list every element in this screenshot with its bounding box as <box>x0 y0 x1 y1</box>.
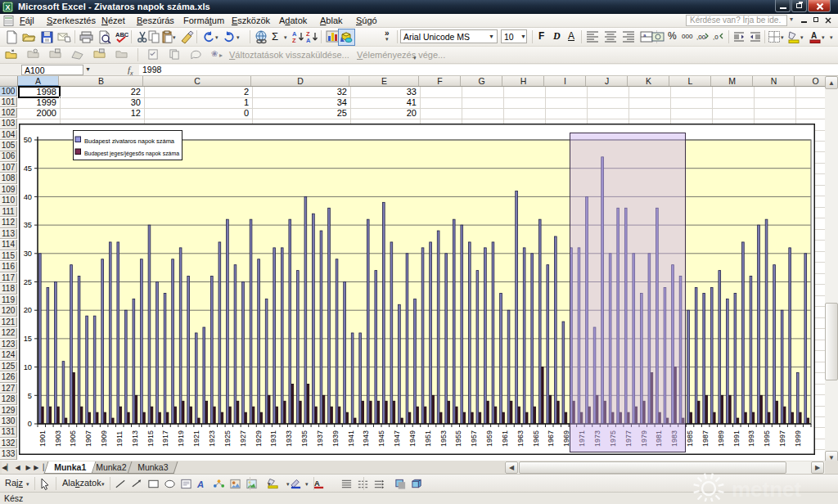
svg-text:1997: 1997 <box>778 430 786 447</box>
svg-text:1921: 1921 <box>192 430 200 447</box>
svg-text:1933: 1933 <box>285 430 293 447</box>
svg-text:10: 10 <box>24 363 32 371</box>
svg-text:1919: 1919 <box>177 430 185 447</box>
svg-text:1909: 1909 <box>100 430 108 447</box>
svg-text:1939: 1939 <box>331 430 340 447</box>
svg-text:1993: 1993 <box>747 430 755 447</box>
svg-text:metnet: metnet <box>732 477 802 502</box>
svg-text:15: 15 <box>24 335 32 343</box>
svg-text:X: X <box>5 3 10 11</box>
svg-text:1947: 1947 <box>393 430 401 447</box>
svg-text:1915: 1915 <box>146 430 155 447</box>
svg-text:1927: 1927 <box>239 430 247 447</box>
svg-text:1963: 1963 <box>516 430 525 447</box>
svg-text:1987: 1987 <box>701 430 710 447</box>
svg-text:1955: 1955 <box>454 430 462 447</box>
svg-text:1931: 1931 <box>269 430 277 447</box>
svg-text:1913: 1913 <box>131 430 139 447</box>
svg-text:1911: 1911 <box>115 431 124 447</box>
svg-text:1929: 1929 <box>255 430 263 447</box>
svg-text:50: 50 <box>24 136 32 144</box>
svg-text:1925: 1925 <box>223 430 232 447</box>
svg-text:A: A <box>306 37 311 44</box>
svg-text:1995: 1995 <box>763 430 771 447</box>
svg-text:ABC: ABC <box>115 31 128 38</box>
svg-text:40: 40 <box>24 193 32 201</box>
svg-text:,0: ,0 <box>713 34 719 41</box>
svg-text:1917: 1917 <box>161 430 169 447</box>
svg-text:1945: 1945 <box>377 430 385 447</box>
svg-text:A: A <box>811 31 817 40</box>
svg-text:1957: 1957 <box>470 430 478 447</box>
svg-text:25: 25 <box>24 278 32 286</box>
svg-text:1907: 1907 <box>84 430 92 447</box>
svg-text:1901: 1901 <box>38 430 47 447</box>
svg-text:Budapest jeges/jégesős napok s: Budapest jeges/jégesős napok száma <box>84 150 179 157</box>
svg-text:1951: 1951 <box>424 430 432 447</box>
svg-text:20: 20 <box>24 306 32 314</box>
svg-text:1937: 1937 <box>316 430 324 447</box>
svg-text:1935: 1935 <box>300 430 309 447</box>
svg-text:1959: 1959 <box>485 430 493 447</box>
svg-text:0: 0 <box>28 420 32 428</box>
svg-text:1943: 1943 <box>362 430 370 447</box>
svg-text:1923: 1923 <box>208 430 216 447</box>
svg-text:1967: 1967 <box>547 430 555 447</box>
svg-text:1991: 1991 <box>732 430 741 447</box>
svg-text:45: 45 <box>24 164 32 173</box>
svg-text:1949: 1949 <box>408 430 417 447</box>
svg-text:1999: 1999 <box>794 430 802 447</box>
svg-text:Z: Z <box>292 37 296 44</box>
svg-text:A: A <box>314 479 320 488</box>
svg-text:1989: 1989 <box>717 430 725 447</box>
svg-text:1953: 1953 <box>439 430 448 447</box>
svg-text:5: 5 <box>28 392 32 400</box>
svg-text:35: 35 <box>24 221 32 229</box>
svg-text:Budapest zivataros napok száma: Budapest zivataros napok száma <box>84 137 175 145</box>
svg-text:1985: 1985 <box>686 430 694 447</box>
svg-text:A: A <box>196 479 204 489</box>
svg-text:1965: 1965 <box>532 430 540 447</box>
svg-text:1941: 1941 <box>347 430 355 447</box>
svg-text:1905: 1905 <box>69 430 77 447</box>
svg-text:,00: ,00 <box>696 34 706 41</box>
svg-text:1961: 1961 <box>501 430 509 447</box>
svg-text:30: 30 <box>24 250 32 258</box>
svg-text:1903: 1903 <box>54 430 62 447</box>
